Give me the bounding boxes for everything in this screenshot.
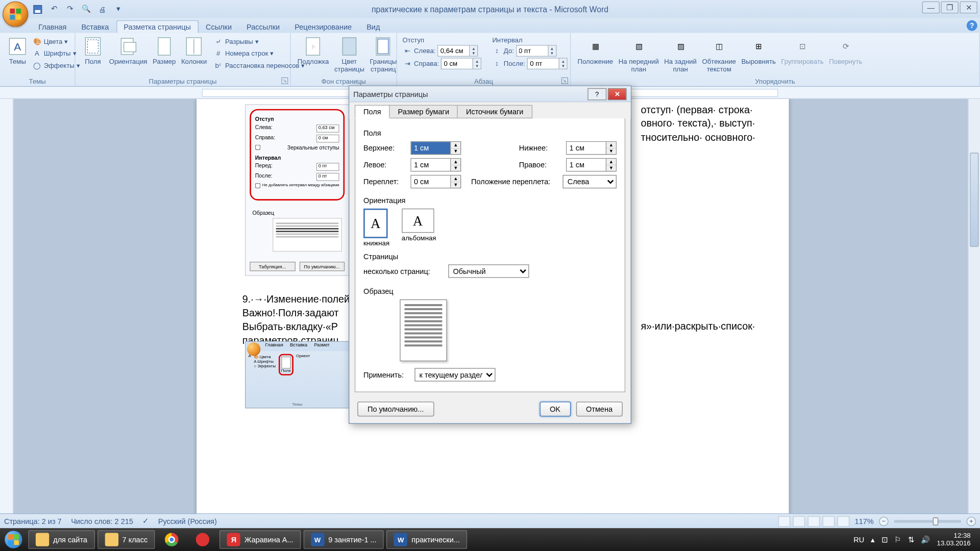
send-back-button[interactable]: ▨На задний план [662,34,699,74]
quick-print-icon[interactable]: 🖨 [97,4,108,14]
tab-home[interactable]: Главная [31,20,74,33]
indent-left-spinner[interactable]: ▲▼ [437,45,478,56]
position-button[interactable]: ▦Положение [575,34,616,74]
tray-language[interactable]: RU [853,536,864,544]
gutter-spinner[interactable]: ▲▼ [410,175,461,188]
indent-heading: Отступ [401,36,483,44]
tray-network-icon[interactable]: ⊡ [881,535,888,544]
top-margin-spinner[interactable]: ▲▼ [410,141,461,155]
orientation-button[interactable]: Ориентация [106,34,150,70]
indent-right-spinner[interactable]: ▲▼ [441,58,481,69]
themes-button[interactable]: A Темы [4,34,31,70]
zoom-out-button[interactable]: − [879,516,888,525]
apply-to-select[interactable]: к текущему разделу [414,368,495,381]
tray-usb-icon[interactable]: ⇅ [908,535,914,544]
size-button[interactable]: Размер [150,34,179,70]
redo-icon[interactable]: ↷ [65,4,76,14]
tab-view[interactable]: Вид [359,20,387,33]
undo-icon[interactable]: ↶ [48,4,59,14]
print-preview-icon[interactable]: 🔍 [81,4,91,14]
align-button[interactable]: ⊞Выровнять [739,34,778,74]
zoom-in-button[interactable]: + [967,516,976,525]
bring-front-button[interactable]: ▧На передний план [616,34,662,74]
office-button[interactable] [3,2,28,27]
view-print-layout[interactable] [778,516,790,527]
close-button[interactable]: ✕ [960,2,977,14]
help-icon[interactable]: ? [967,20,977,31]
right-margin-spinner[interactable]: ▲▼ [566,158,617,171]
start-button[interactable] [0,528,27,551]
watermark-button[interactable]: AПодложка [295,34,332,74]
view-web-layout[interactable] [807,516,820,527]
theme-effects[interactable]: ◯Эффекты ▾ [31,60,81,70]
orientation-portrait[interactable]: Aкнижная [363,209,389,247]
window-title: практические к параметрам страницы и тек… [372,5,608,14]
bottom-margin-spinner[interactable]: ▲▼ [566,141,617,155]
zoom-level[interactable]: 117% [855,517,874,525]
taskbar-item[interactable]: ЯЖаравина А... [219,530,301,549]
taskbar-item[interactable]: для сайта [28,530,94,549]
qat-more-icon[interactable]: ▾ [113,4,124,14]
dialog-tab-paper-size[interactable]: Размер бумаги [389,105,458,118]
vertical-ruler[interactable] [0,99,13,525]
embedded-image-ribbon: ГлавнаяВставкаРазмет A 🎨 Цвета A Шрифты … [245,341,349,409]
ok-button[interactable]: OK [540,402,571,416]
text-wrap-button[interactable]: ◫Обтекание текстом [699,34,739,74]
group-button[interactable]: ⊡Группировать [778,34,826,74]
vertical-scrollbar[interactable] [968,99,980,525]
gutter-position-select[interactable]: Слева [562,175,616,188]
view-full-screen[interactable] [793,516,805,527]
orientation-landscape[interactable]: Aальбомная [402,209,436,247]
left-margin-spinner[interactable]: ▲▼ [410,158,461,171]
tab-review[interactable]: Рецензирование [287,20,359,33]
svg-rect-5 [35,10,41,12]
tab-insert[interactable]: Вставка [74,20,116,33]
cancel-button[interactable]: Отмена [576,402,623,416]
tab-references[interactable]: Ссылки [198,20,239,33]
taskbar-item[interactable]: Wпрактически... [386,530,467,549]
doc-text: я»·или·раскрыть·список· [641,319,769,333]
dialog-tab-paper-source[interactable]: Источник бумаги [457,105,532,118]
minimize-button[interactable]: — [922,2,940,14]
tray-volume-icon[interactable]: 🔊 [921,535,930,544]
theme-fonts[interactable]: AШрифты ▾ [31,48,81,59]
theme-colors[interactable]: 🎨Цвета ▾ [31,36,81,46]
dialog-help-button[interactable]: ? [587,88,606,100]
language-indicator[interactable]: Русский (Россия) [158,517,217,525]
columns-button[interactable]: Колонки [179,34,210,70]
space-before-spinner[interactable]: ▲▼ [516,45,556,56]
rotate-button[interactable]: ⟳Повернуть [826,34,865,74]
space-after-spinner[interactable]: ▲▼ [527,58,568,69]
page-borders-button[interactable]: Границы страниц [367,34,399,74]
maximize-button[interactable]: ❐ [941,2,959,14]
page-setup-launcher[interactable]: ↘ [281,78,288,84]
default-button[interactable]: По умолчанию... [357,402,434,416]
dialog-close-button[interactable]: ✕ [608,88,627,100]
taskbar-item[interactable]: W9 занятие-1 ... [303,530,384,549]
taskbar-item[interactable]: 7 класс [97,530,155,549]
taskbar-item-opera[interactable] [189,530,217,549]
save-icon[interactable] [32,4,43,14]
tray-action-center-icon[interactable]: ⚐ [894,535,901,544]
doc-text: 9.·→·Изменение·полей [242,293,350,307]
zoom-slider[interactable] [894,520,961,522]
taskbar-item-chrome[interactable] [158,530,186,549]
tray-show-hidden-icon[interactable]: ▴ [871,535,875,544]
spellcheck-icon[interactable]: ✓ [142,517,149,525]
doc-text: овного· текста),· выступ· [641,116,769,130]
tray-clock[interactable]: 12:38 13.03.2016 [937,532,975,548]
margins-button[interactable]: Поля [80,34,107,70]
space-after-icon: ↕ [492,59,501,68]
view-draft[interactable] [837,516,849,527]
tab-mailings[interactable]: Рассылки [239,20,287,33]
word-count[interactable]: Число слов: 2 215 [71,517,133,525]
left-margin-label: Левое: [363,161,406,169]
view-outline[interactable] [822,516,835,527]
page-indicator[interactable]: Страница: 2 из 7 [4,517,62,525]
paragraph-launcher[interactable]: ↘ [561,78,568,84]
orientation-heading: Ориентация [363,196,617,205]
tab-page-layout[interactable]: Разметка страницы [116,20,199,33]
multiple-pages-select[interactable]: Обычный [448,264,529,278]
dialog-tab-fields[interactable]: Поля [355,105,390,118]
page-color-button[interactable]: Цвет страницы [332,34,368,74]
